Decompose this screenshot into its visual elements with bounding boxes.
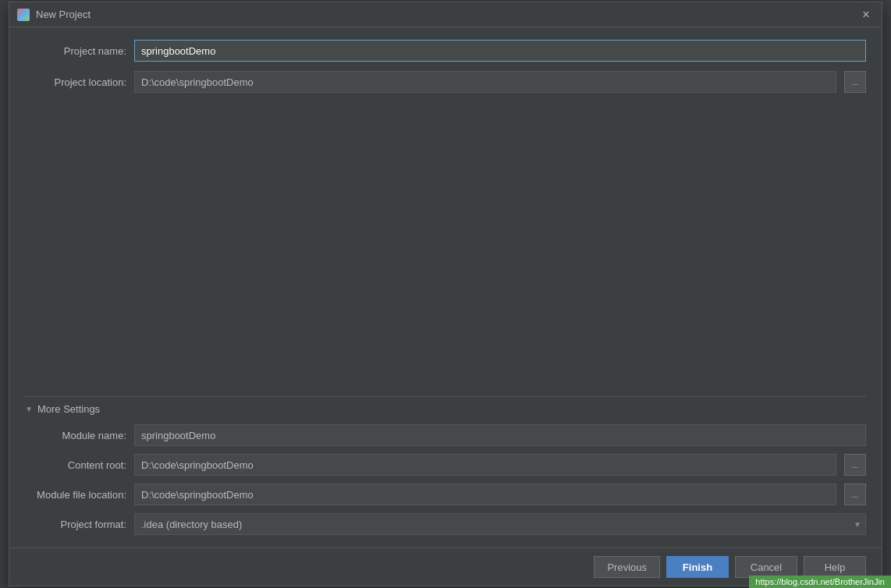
- finish-button[interactable]: Finish: [666, 556, 729, 578]
- status-bar: https://blog.csdn.net/BrotherJinJin: [749, 576, 891, 588]
- more-settings-label: More Settings: [37, 403, 100, 415]
- module-file-location-label: Module file location:: [25, 489, 126, 501]
- dialog-body: Project name: Project location: ... ▼ Mo…: [9, 27, 882, 547]
- module-name-label: Module name:: [25, 430, 126, 441]
- content-root-input[interactable]: [134, 454, 836, 476]
- module-file-location-row: Module file location: ...: [25, 484, 866, 505]
- dialog-overlay: New Project × Project name: Project loca…: [0, 0, 891, 588]
- title-bar-left: New Project: [17, 9, 91, 21]
- project-format-select-wrapper: .idea (directory based) .ipr (file based…: [134, 513, 866, 535]
- project-format-label: Project format:: [25, 519, 126, 530]
- title-bar: New Project ×: [9, 2, 882, 27]
- project-location-browse-button[interactable]: ...: [844, 71, 866, 93]
- project-location-label: Project location:: [25, 76, 126, 88]
- module-file-location-browse-button[interactable]: ...: [844, 484, 866, 505]
- new-project-dialog: New Project × Project name: Project loca…: [9, 2, 882, 586]
- module-file-location-input[interactable]: [134, 484, 836, 505]
- app-icon: [17, 9, 30, 21]
- project-location-row: Project location: ...: [25, 71, 866, 93]
- help-button[interactable]: Help: [804, 556, 866, 578]
- spacer: [25, 102, 866, 387]
- dialog-title: New Project: [36, 9, 91, 20]
- content-root-row: Content root: ...: [25, 454, 866, 476]
- more-settings-content: Module name: Content root: ... Module fi…: [25, 424, 866, 535]
- project-name-label: Project name:: [25, 45, 126, 57]
- project-format-select[interactable]: .idea (directory based) .ipr (file based…: [134, 513, 866, 535]
- project-name-row: Project name:: [25, 40, 866, 62]
- more-settings-toggle[interactable]: ▼ More Settings: [25, 403, 866, 415]
- more-settings-section: ▼ More Settings Module name: Content roo…: [25, 396, 866, 535]
- project-format-row: Project format: .idea (directory based) …: [25, 513, 866, 535]
- project-location-input[interactable]: [134, 71, 836, 93]
- content-root-browse-button[interactable]: ...: [844, 454, 866, 476]
- module-name-row: Module name:: [25, 424, 866, 446]
- chevron-down-icon: ▼: [25, 405, 33, 413]
- cancel-button[interactable]: Cancel: [735, 556, 797, 578]
- previous-button[interactable]: Previous: [594, 556, 660, 578]
- status-url: https://blog.csdn.net/BrotherJinJin: [755, 577, 885, 586]
- project-name-input[interactable]: [134, 40, 866, 62]
- module-name-input[interactable]: [134, 424, 866, 446]
- close-button[interactable]: ×: [858, 7, 874, 23]
- content-root-label: Content root:: [25, 459, 126, 471]
